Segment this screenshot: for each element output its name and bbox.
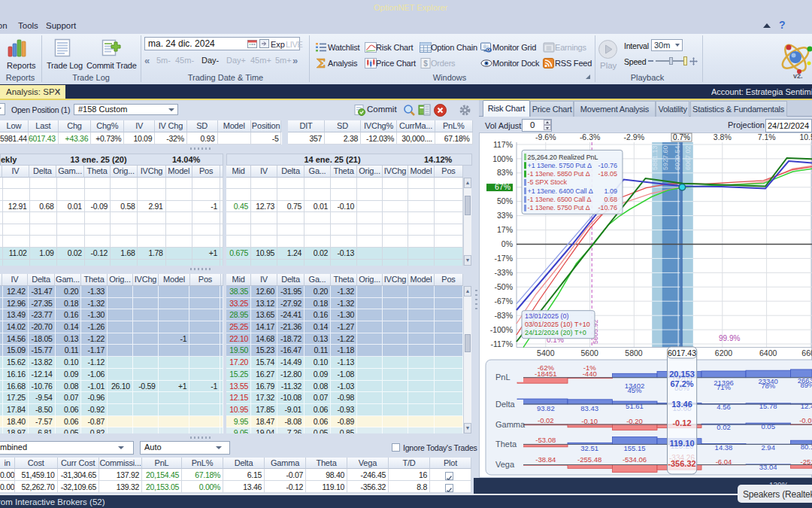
svg-text:5800: 5800: [625, 348, 643, 357]
svg-text:0.7%: 0.7%: [673, 133, 690, 141]
svg-text:-0.02: -0.02: [538, 416, 554, 424]
svg-text:6020.54: 6020.54: [674, 145, 681, 170]
svg-text:-53.08: -53.08: [535, 436, 556, 444]
svg-text:99.9%: 99.9%: [719, 334, 740, 342]
svg-text:-2.9%: -2.9%: [624, 132, 644, 141]
svg-text:-10.76: -10.76: [598, 162, 617, 169]
svg-text:5600: 5600: [581, 348, 599, 357]
svg-text:-251: -251: [800, 458, 812, 466]
svg-text:24/12/2024 (20) T+0: 24/12/2024 (20) T+0: [525, 329, 586, 336]
svg-text:15.78: 15.78: [759, 402, 777, 410]
svg-text:-356.32: -356.32: [668, 459, 695, 468]
svg-text:-1 13ene. 5850 Put Δ: -1 13ene. 5850 Put Δ: [528, 170, 590, 178]
svg-text:$: $: [423, 59, 428, 68]
svg-text:67%: 67%: [495, 182, 511, 191]
svg-text:155.15: 155.15: [623, 444, 645, 452]
svg-text:12.4: 12.4: [801, 402, 812, 410]
svg-text:0.68: 0.68: [604, 196, 617, 203]
svg-text:-0.07: -0.07: [799, 416, 812, 424]
svg-text:-5 SPX Stock: -5 SPX Stock: [528, 178, 568, 186]
svg-text:50%: 50%: [497, 196, 513, 205]
svg-text:5881.13: 5881.13: [651, 145, 659, 170]
svg-text:0.05: 0.05: [761, 422, 774, 430]
svg-text:117%: 117%: [493, 140, 513, 149]
svg-text:20,153: 20,153: [669, 370, 695, 379]
svg-text:-83%: -83%: [494, 311, 513, 320]
svg-text:4.56: 4.56: [717, 403, 731, 411]
svg-text:Theta: Theta: [495, 440, 517, 449]
svg-text:+1 13ene. 6400 Call Δ: +1 13ene. 6400 Call Δ: [528, 187, 593, 195]
svg-text:5400: 5400: [537, 348, 555, 357]
svg-text:-100%: -100%: [490, 325, 513, 334]
svg-text:51.61: 51.61: [626, 402, 644, 410]
svg-text:-0.20: -0.20: [626, 417, 643, 425]
svg-text:6200: 6200: [715, 348, 733, 357]
svg-text:-10.76: -10.76: [598, 204, 617, 211]
svg-text:-9.6%: -9.6%: [535, 132, 556, 141]
svg-text:PnL: PnL: [495, 373, 511, 382]
svg-text:-33%: -33%: [494, 268, 513, 277]
svg-text:6400: 6400: [759, 348, 777, 357]
svg-text:Gamma: Gamma: [495, 420, 526, 429]
svg-text:-1 13ene. 6500 Call Δ: -1 13ene. 6500 Call Δ: [528, 196, 592, 203]
svg-text:-255.48: -255.48: [577, 455, 601, 464]
svg-text:119.10: 119.10: [669, 439, 694, 448]
svg-text:13/01/2025 (0): 13/01/2025 (0): [525, 312, 569, 320]
svg-text:32.51: 32.51: [580, 444, 598, 452]
svg-text:5927.60: 5927.60: [662, 145, 669, 170]
svg-text:3.8%: 3.8%: [714, 132, 732, 141]
svg-text:78%: 78%: [761, 382, 776, 390]
svg-text:-440: -440: [583, 370, 597, 378]
svg-text:Vega: Vega: [495, 460, 515, 469]
svg-text:-534.06: -534.06: [623, 455, 647, 464]
svg-text:7.1%: 7.1%: [758, 132, 776, 141]
svg-text:13.46: 13.46: [671, 400, 692, 409]
svg-text:89%: 89%: [800, 381, 812, 389]
svg-text:2.94: 2.94: [761, 443, 774, 452]
svg-text:6600: 6600: [801, 348, 812, 357]
svg-text:100%: 100%: [492, 154, 513, 163]
svg-text:83%: 83%: [497, 168, 513, 177]
svg-text:-38.84: -38.84: [535, 455, 556, 464]
svg-text:-1 13ene. 5750 Put Δ: -1 13ene. 5750 Put Δ: [528, 204, 590, 211]
svg-text:-18451: -18451: [535, 370, 557, 378]
svg-text:-6.3%: -6.3%: [580, 132, 600, 141]
svg-text:33.04: 33.04: [759, 463, 777, 471]
svg-text:-18.05: -18.05: [598, 170, 617, 178]
svg-text:0.02: 0.02: [717, 423, 731, 431]
svg-text:03/01/2025 (10) T+10: 03/01/2025 (10) T+10: [525, 321, 590, 328]
svg-text:0%: 0%: [501, 239, 513, 248]
svg-text:17%: 17%: [497, 225, 513, 234]
svg-text:6067.02: 6067.02: [684, 145, 692, 170]
svg-text:6017.43: 6017.43: [668, 348, 696, 357]
svg-text:71%: 71%: [717, 383, 732, 391]
svg-text:80.1: 80.1: [801, 443, 812, 451]
svg-text:25,264.20 Realized PnL: 25,264.20 Realized PnL: [528, 154, 598, 161]
svg-text:33%: 33%: [497, 211, 513, 220]
svg-text:-0.12: -0.12: [672, 418, 691, 427]
svg-text:93.82: 93.82: [537, 404, 555, 412]
svg-text:-6.04: -6.04: [716, 458, 732, 466]
svg-text:83.43: 83.43: [580, 404, 598, 412]
svg-text:+1 13ene. 5750 Put Δ: +1 13ene. 5750 Put Δ: [528, 162, 592, 169]
svg-text:14.38: 14.38: [715, 443, 733, 452]
svg-text:-50%: -50%: [494, 282, 513, 291]
svg-text:Delta: Delta: [495, 400, 516, 409]
svg-text:45%: 45%: [627, 386, 642, 394]
svg-text:-0.10: -0.10: [581, 417, 598, 425]
svg-text:67.2%: 67.2%: [670, 379, 693, 388]
svg-text:-67%: -67%: [494, 297, 513, 306]
svg-text:1.09: 1.09: [604, 187, 617, 195]
svg-text:10.5%: 10.5%: [799, 132, 812, 141]
svg-text:-17%: -17%: [494, 254, 513, 263]
